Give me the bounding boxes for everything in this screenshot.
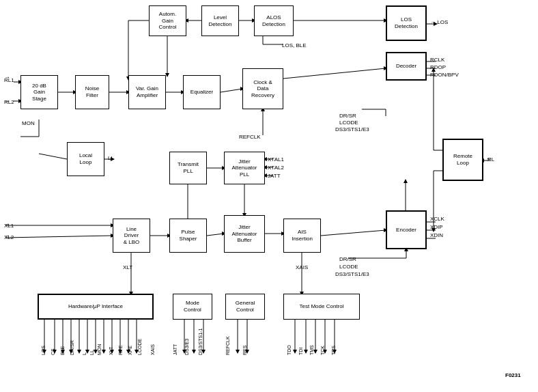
pulse-shaper-label: PulseShaper: [180, 229, 197, 242]
jitter-att-buf-label: JitterAttenuatorBuffer: [232, 224, 257, 244]
rdonbpv-label: RDON/BPV: [430, 72, 459, 78]
ds3sts1-pin: DS3/STS1-1: [198, 328, 203, 355]
xlt-pin: XLT: [109, 347, 113, 355]
local-loop-block: LocalLoop: [67, 142, 104, 176]
tdi-pin: TDI: [298, 348, 303, 355]
encoder-block: Encoder: [386, 210, 427, 249]
ais-insertion-label: AISInsertion: [292, 229, 313, 242]
cdr-block: Clock &DataRecovery: [242, 68, 283, 109]
svg-line-60: [321, 230, 386, 236]
ll-pin: LL: [89, 350, 94, 355]
svg-marker-63: [404, 179, 408, 183]
var-gain-amp-label: Var. GainAmplifier: [136, 85, 158, 98]
dr-sr-label: DR/SR: [339, 113, 356, 119]
mode-control-label: ModeControl: [184, 300, 201, 313]
xl1-arrow: →: [4, 221, 10, 227]
rl2-arrow: →: [4, 98, 10, 104]
tck-pin: TCK: [320, 346, 325, 355]
gain-stage-block: 20 dBGainStage: [20, 75, 58, 109]
mon-label: MON: [22, 120, 35, 126]
noise-filter-label: NoiseFilter: [85, 85, 99, 98]
remote-loop-block: RemoteLoop: [442, 139, 483, 181]
dr-sr2-label: DR/SR: [339, 256, 356, 262]
cs-pin: CS: [51, 348, 55, 355]
cdr-label: Clock &DataRecovery: [251, 79, 274, 99]
line-driver-label: LineDriver& LBO: [124, 226, 140, 246]
jitter-att-buf-block: JitterAttenuatorBuffer: [224, 215, 265, 253]
ds3e3-pin: DS3/E3: [184, 339, 189, 355]
decoder-block: Decoder: [386, 52, 427, 81]
mode-control-block: ModeControl: [173, 294, 212, 320]
xtal2-label: XTAL2: [268, 165, 284, 171]
rdop-label: RDOP: [430, 64, 446, 70]
pulse-shaper-block: PulseShaper: [169, 219, 207, 253]
drsr-pin: DR/SR: [70, 340, 74, 355]
general-control-label: GeneralControl: [236, 300, 255, 313]
trs-pin: TRS: [331, 346, 336, 355]
equalizer-block: Equalizer: [183, 75, 221, 109]
los-out-label: → LOS: [430, 19, 448, 25]
los-detect-block: LOSDetection: [386, 5, 427, 41]
equalizer-label: Equalizer: [190, 89, 213, 96]
ais-insertion-block: AISInsertion: [283, 219, 321, 253]
rl1-arrow: →: [4, 74, 10, 81]
tms-pin: TMS: [309, 345, 314, 355]
gain-stage-label: 20 dBGainStage: [32, 83, 46, 102]
test-mode-block: Test Mode Control: [283, 294, 360, 320]
ll-label: LL: [108, 155, 114, 161]
l-pin: L: [82, 352, 87, 355]
svg-line-37: [39, 154, 67, 159]
refclk-label: REFCLK: [239, 134, 261, 140]
ds3-2-label: DS3/STS1/E3: [335, 271, 369, 277]
xais-label: XAIS: [296, 264, 308, 270]
remote-loop-label: RemoteLoop: [453, 153, 472, 166]
los-detect-label: LOSDetection: [395, 16, 418, 29]
ble-pin: BLE: [60, 346, 65, 355]
los-ble-label: LOS, BLE: [282, 42, 307, 48]
rclk-label: RCLK: [430, 57, 444, 63]
lcode-label: LCODE: [339, 120, 358, 126]
xtal1-label: XTAL1: [268, 156, 284, 163]
xpe-pin: XPE: [128, 346, 132, 355]
xclk-label: XCLK: [430, 216, 444, 222]
xl2-arrow: →: [4, 232, 10, 239]
autom-gain-block: Autom.GainControl: [149, 5, 186, 36]
alos-detect-block: ALOSDetection: [254, 5, 294, 36]
hw-interface-block: Hardware/µP Interface: [38, 294, 154, 320]
f0231-label: F0231: [505, 372, 521, 378]
los-pin: LOS: [41, 346, 46, 355]
hw-interface-label: Hardware/µP Interface: [68, 303, 123, 310]
noise-filter-block: NoiseFilter: [75, 75, 109, 109]
lcode-pin: LCODE: [137, 339, 142, 355]
xdin-label: XDIN: [430, 232, 443, 238]
local-loop-label: LocalLoop: [79, 152, 92, 165]
svg-line-56: [207, 234, 224, 236]
test-mode-label: Test Mode Control: [300, 303, 344, 310]
jitter-att-pll-label: JitterAttenuatorPLL: [232, 158, 257, 178]
rpe-pin: RPE: [118, 346, 123, 355]
transmit-pll-block: TransmitPLL: [169, 152, 207, 184]
diagram-container: 20 dBGainStage NoiseFilter Var. GainAmpl…: [0, 0, 538, 392]
encoder-label: Encoder: [396, 227, 416, 234]
autom-gain-label: Autom.GainControl: [159, 11, 177, 31]
transmit-pll-label: TransmitPLL: [178, 161, 199, 174]
xais-pin: XAIS: [150, 344, 155, 355]
svg-line-77: [5, 236, 113, 238]
level-detect-label: LevelDetection: [209, 14, 232, 27]
jatt-pin: JATT: [173, 344, 178, 355]
rl-arrow: ←: [486, 155, 492, 162]
general-control-block: GeneralControl: [225, 294, 265, 320]
jitter-att-pll-block: JitterAttenuatorPLL: [224, 152, 265, 184]
ds3-label: DS3/STS1/E3: [335, 126, 369, 132]
svg-line-26: [283, 68, 386, 79]
jatt-label: JATT: [268, 173, 281, 179]
mon-pin: MON: [97, 344, 102, 355]
res-pin: RES: [242, 346, 247, 355]
decoder-label: Decoder: [396, 63, 416, 70]
level-detect-block: LevelDetection: [201, 5, 239, 36]
refclk-pin: REFCLK: [225, 336, 230, 355]
xlt-label: XLT: [123, 264, 132, 270]
svg-line-10: [221, 89, 242, 92]
var-gain-amp-block: Var. GainAmplifier: [128, 75, 166, 109]
alos-detect-label: ALOSDetection: [262, 14, 285, 27]
